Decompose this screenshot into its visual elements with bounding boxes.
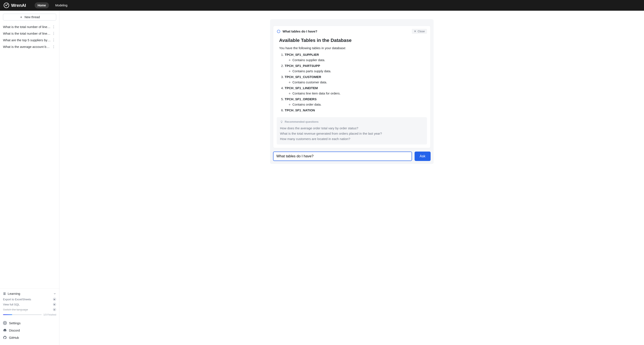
- learning-item-label: View full SQL: [3, 303, 20, 306]
- main-area: What tables do I have? ✕ Close Available…: [60, 11, 644, 345]
- learning-header[interactable]: Learning: [3, 291, 56, 297]
- recommended-box: Recommended questions How does the avera…: [277, 117, 427, 144]
- progress-bar: [3, 314, 42, 315]
- table-desc: Contains parts supply data.: [292, 69, 424, 73]
- table-item: TPCH_SF1_NATION: [285, 108, 424, 112]
- response-body: Available Tables in the Database You hav…: [273, 37, 430, 117]
- progress-text: 1/3 Finished: [44, 313, 56, 316]
- close-button[interactable]: ✕ Close: [412, 29, 427, 34]
- learning-section: Learning Export to Excel/Sheets ▶ View f…: [0, 288, 59, 317]
- table-item: TPCH_SF1_LINEITEMContains line item data…: [285, 86, 424, 95]
- chat-icon: [277, 30, 280, 33]
- sidebar: ＋ New thread What is the total number of…: [0, 11, 60, 345]
- discord-label: Discord: [9, 328, 20, 332]
- brand-name: WrenAI: [11, 3, 26, 8]
- nav-tabs: Home Modeling: [35, 2, 70, 8]
- play-icon[interactable]: ▶: [53, 308, 56, 311]
- table-name: TPCH_SF1_CUSTOMER: [285, 75, 321, 79]
- more-icon[interactable]: ⋮: [51, 38, 56, 42]
- thread-title: What is the average account bala...: [3, 45, 51, 48]
- settings-link[interactable]: Settings: [3, 319, 56, 326]
- chevron-down-icon: [53, 292, 56, 295]
- table-item: TPCH_SF1_ORDERSContains order data.: [285, 97, 424, 106]
- ask-button[interactable]: Ask: [414, 152, 430, 161]
- svg-point-1: [4, 322, 6, 324]
- recommended-question[interactable]: What is the total revenue generated from…: [280, 131, 424, 136]
- thread-title: What are the top 5 suppliers by ac...: [3, 38, 51, 42]
- discord-link[interactable]: Discord: [3, 326, 56, 334]
- plus-icon: ＋: [20, 16, 23, 19]
- brand-logo: WrenAI: [4, 2, 26, 8]
- thread-item[interactable]: What is the average account bala... ⋮: [3, 44, 56, 50]
- learning-item[interactable]: Switch the language ▶: [3, 308, 56, 312]
- new-thread-button[interactable]: ＋ New thread: [3, 14, 56, 20]
- recommended-question[interactable]: How many customers are located in each n…: [280, 136, 424, 142]
- response-title: Available Tables in the Database: [279, 38, 424, 43]
- thread-item[interactable]: What is the total number of line ite... …: [3, 24, 56, 30]
- close-label: Close: [418, 30, 425, 33]
- thread-item[interactable]: What is the total number of line ite... …: [3, 30, 56, 37]
- table-name: TPCH_SF1_LINEITEM: [285, 86, 318, 90]
- more-icon[interactable]: ⋮: [51, 32, 56, 36]
- tables-list: TPCH_SF1_SUPPLIERContains supplier data.…: [279, 53, 424, 112]
- new-thread-label: New thread: [24, 16, 40, 19]
- nav-tab-modeling[interactable]: Modeling: [52, 2, 70, 8]
- table-desc: Contains line item data for orders.: [292, 92, 424, 95]
- progress-fill: [3, 314, 12, 315]
- table-item: TPCH_SF1_SUPPLIERContains supplier data.: [285, 53, 424, 62]
- github-icon: [3, 336, 7, 340]
- more-icon[interactable]: ⋮: [51, 25, 56, 29]
- github-link[interactable]: GitHub: [3, 334, 56, 341]
- conversation-container: What tables do I have? ✕ Close Available…: [270, 19, 434, 164]
- response-intro: You have the following tables in your da…: [279, 46, 424, 50]
- response-card: What tables do I have? ✕ Close Available…: [273, 26, 430, 148]
- learning-item-label: Switch the language: [3, 308, 28, 311]
- github-label: GitHub: [9, 336, 19, 340]
- ask-input[interactable]: [273, 152, 412, 161]
- table-name: TPCH_SF1_ORDERS: [285, 97, 317, 101]
- recommended-header: Recommended questions: [285, 120, 318, 123]
- lightbulb-icon: [280, 120, 283, 123]
- thread-title: What is the total number of line ite...: [3, 25, 51, 29]
- play-icon[interactable]: ▶: [53, 303, 56, 306]
- thread-item[interactable]: What are the top 5 suppliers by ac... ⋮: [3, 37, 56, 44]
- table-desc: Contains customer data.: [292, 80, 424, 84]
- play-icon[interactable]: ▶: [53, 298, 56, 301]
- book-icon: [3, 292, 6, 295]
- close-icon: ✕: [414, 30, 416, 33]
- nav-tab-home[interactable]: Home: [35, 2, 49, 8]
- settings-label: Settings: [9, 321, 20, 325]
- table-name: TPCH_SF1_SUPPLIER: [285, 53, 319, 56]
- question-text: What tables do I have?: [283, 30, 318, 33]
- table-item: TPCH_SF1_PARTSUPPContains parts supply d…: [285, 64, 424, 73]
- learning-item[interactable]: View full SQL ▶: [3, 302, 56, 306]
- more-icon[interactable]: ⋮: [51, 45, 56, 49]
- learning-item-label: Export to Excel/Sheets: [3, 298, 31, 301]
- table-desc: Contains order data.: [292, 102, 424, 106]
- table-name: TPCH_SF1_NATION: [285, 108, 315, 112]
- sidebar-footer: Settings Discord GitHub: [0, 317, 59, 345]
- table-item: TPCH_SF1_CUSTOMERContains customer data.: [285, 75, 424, 84]
- wren-logo-icon: [4, 2, 10, 8]
- ask-row: Ask: [273, 152, 430, 161]
- gear-icon: [3, 321, 7, 325]
- learning-progress: 1/3 Finished: [3, 313, 56, 316]
- table-name: TPCH_SF1_PARTSUPP: [285, 64, 320, 68]
- thread-list: What is the total number of line ite... …: [0, 24, 59, 50]
- topbar: WrenAI Home Modeling: [0, 0, 644, 11]
- learning-title: Learning: [8, 292, 20, 296]
- table-desc: Contains supplier data.: [292, 58, 424, 62]
- learning-item[interactable]: Export to Excel/Sheets ▶: [3, 297, 56, 302]
- discord-icon: [3, 328, 7, 332]
- recommended-question[interactable]: How does the average order total vary by…: [280, 126, 424, 131]
- thread-title: What is the total number of line ite...: [3, 32, 51, 35]
